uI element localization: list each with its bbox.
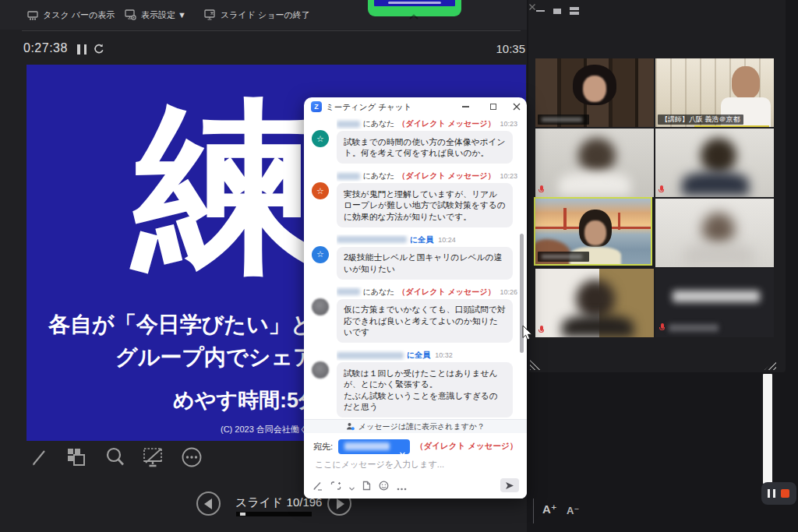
- participant-figure: [563, 208, 567, 230]
- message-header: にあなた（ダイレクト メッセージ）10:26: [337, 287, 517, 298]
- avatar-blurred: [312, 298, 329, 315]
- divider-line: [533, 499, 534, 523]
- direct-message-tag: （ダイレクト メッセージ）: [398, 118, 496, 129]
- display-settings-button[interactable]: 表示設定 ▼: [125, 8, 186, 22]
- see-all-slides-button[interactable]: [65, 445, 90, 470]
- message-bubble[interactable]: 2級技能士レベルと国キャリのレベルの違いが知りたい: [337, 247, 513, 280]
- message-time: 10:24: [438, 236, 456, 244]
- show-taskbar-button[interactable]: タスク バーの表示: [27, 8, 115, 22]
- video-tile[interactable]: [655, 269, 774, 337]
- message-bubble[interactable]: 試験は１回しか受けたことはありませんが、とにかく緊張する。 たぶん試験ということ…: [337, 362, 513, 417]
- participant-figure: [562, 315, 634, 337]
- chat-titlebar[interactable]: Z ミーティング チャット: [304, 97, 527, 116]
- video-tile[interactable]: [535, 269, 654, 337]
- more-options-button[interactable]: [179, 445, 204, 470]
- toolbar-separator: [22, 30, 521, 31]
- chat-maximize-button[interactable]: [485, 99, 502, 115]
- panel-resize-handle-left[interactable]: [530, 360, 542, 370]
- end-slideshow-icon: [204, 9, 216, 20]
- participant-figure: [578, 138, 616, 174]
- font-decrease-button[interactable]: A⁻: [567, 505, 579, 516]
- slide-progress-knob: [240, 513, 245, 516]
- send-message-button[interactable]: [500, 478, 519, 492]
- message-recipient: にあなた: [363, 171, 395, 181]
- side-scrollbar[interactable]: [763, 374, 772, 484]
- video-tile[interactable]: [655, 129, 774, 197]
- display-settings-label: 表示設定 ▼: [141, 9, 186, 21]
- panel-speaker-view-button[interactable]: [569, 6, 580, 16]
- video-tile-active-speaker[interactable]: [534, 197, 652, 266]
- send-icon: [505, 481, 514, 490]
- end-slideshow-label: スライド ショーの終了: [221, 9, 310, 21]
- message-bubble[interactable]: 実技が鬼門と理解していますが、リアルロープレが難しい地方で試験対策をするのに効果…: [337, 183, 513, 227]
- direct-message-tag: （ダイレクト メッセージ）: [398, 287, 496, 298]
- previous-arrow-icon: [204, 499, 212, 509]
- black-screen-button[interactable]: [141, 445, 166, 470]
- panel-minimize-button[interactable]: [535, 6, 546, 16]
- more-compose-icon[interactable]: [397, 480, 407, 494]
- recipient-dropdown[interactable]: [338, 439, 410, 454]
- show-taskbar-label: タスク バーの表示: [43, 9, 115, 21]
- message-time: 10:23: [500, 172, 517, 180]
- chat-message: ☆に全員10:242級技能士レベルと国キャリのレベルの違いが知りたい: [312, 234, 517, 280]
- participant-name-redacted: [538, 115, 589, 125]
- panel-gallery-view-button[interactable]: [586, 6, 597, 16]
- video-tile[interactable]: [535, 129, 654, 197]
- participant-figure: [584, 220, 606, 245]
- recipient-label: 宛先:: [313, 441, 333, 453]
- recording-stop-button[interactable]: [781, 489, 789, 498]
- pen-tool-button[interactable]: [26, 445, 51, 470]
- avatar-blurred: [312, 361, 329, 379]
- slide-progress-bar[interactable]: [236, 512, 312, 516]
- taskbar-icon: [27, 10, 38, 20]
- chat-minimize-button[interactable]: [457, 99, 474, 115]
- message-bubble[interactable]: 仮に方策までいかなくても、口頭試問で対応できれば良いと考えてよいのか知りたいです: [337, 299, 513, 344]
- participant-figure: [702, 213, 735, 245]
- chat-message: に全員10:32試験は１回しか受けたことはありませんが、とにかく緊張する。 たぶ…: [312, 350, 517, 419]
- video-tile[interactable]: [535, 58, 654, 127]
- chat-close-button[interactable]: [508, 99, 525, 115]
- pause-timer-button[interactable]: [77, 44, 87, 55]
- recipient-row: 宛先: （ダイレクト メッセージ）: [313, 439, 517, 454]
- presenter-toolbar: [26, 444, 204, 470]
- message-time: 10:23: [500, 120, 517, 128]
- format-icon[interactable]: [312, 480, 323, 494]
- file-icon[interactable]: [362, 480, 371, 494]
- previous-slide-button[interactable]: [196, 491, 221, 516]
- minimal-view-icon: [553, 9, 561, 14]
- screen-share-control-pill[interactable]: [368, 0, 461, 16]
- chat-privacy-bar[interactable]: メッセージは誰に表示されますか？: [304, 419, 527, 433]
- participant-figure: [576, 280, 615, 319]
- slide-body-line2: グループ内でシェア: [115, 343, 316, 372]
- end-slideshow-button[interactable]: スライド ショーの終了: [204, 8, 310, 22]
- restart-timer-button[interactable]: [93, 43, 105, 55]
- panel-minimal-view-button[interactable]: [552, 6, 563, 16]
- recipient-name-redacted: [344, 442, 390, 450]
- maximize-icon: [490, 104, 496, 110]
- sender-name-redacted: [337, 173, 360, 180]
- minimize-icon: [462, 106, 469, 107]
- message-header: に全員10:24: [337, 234, 517, 245]
- audio-active-indicator: [694, 125, 769, 128]
- compose-toolbar: [312, 480, 407, 494]
- message-bubble[interactable]: 試験までの時間の使い方の全体像やポイント。何を考えて何をすれば良いのか。: [337, 131, 513, 164]
- zoom-slide-button[interactable]: [103, 445, 128, 470]
- chevron-down-small-icon[interactable]: [349, 480, 355, 494]
- chat-message-list[interactable]: ☆にあなた（ダイレクト メッセージ）10:23試験までの時間の使い方の全体像やポ…: [304, 116, 522, 419]
- wall-clock: 10:35: [491, 42, 525, 55]
- video-tile[interactable]: 【講師】八阪 義浩＠京都: [655, 58, 774, 127]
- screenshot-icon[interactable]: [330, 480, 341, 494]
- message-recipient: にあなた: [363, 287, 395, 298]
- chat-title: ミーティング チャット: [326, 102, 411, 113]
- message-time: 10:32: [435, 351, 453, 359]
- emoji-icon[interactable]: [379, 480, 389, 494]
- message-input[interactable]: ここにメッセージを入力します...: [315, 459, 444, 470]
- participant-figure: [559, 172, 630, 196]
- recording-pause-button[interactable]: [768, 489, 775, 498]
- panel-resize-handle-right[interactable]: [764, 360, 776, 370]
- video-gallery-panel: 【講師】八阪 義浩＠京都: [528, 0, 786, 372]
- next-arrow-icon: [337, 499, 344, 509]
- font-increase-button[interactable]: A⁺: [542, 502, 557, 516]
- video-tile[interactable]: [655, 199, 774, 267]
- sender-name-redacted: [337, 352, 404, 359]
